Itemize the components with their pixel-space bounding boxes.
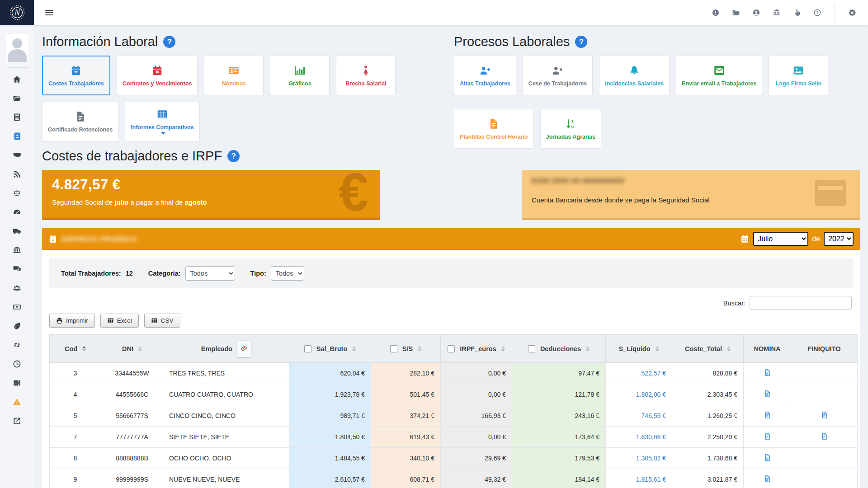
sidebar-item-money-bill[interactable]: 1: [0, 297, 34, 316]
app-logo[interactable]: N: [0, 0, 34, 25]
paperclip-button[interactable]: [237, 341, 251, 357]
leaf-icon: [13, 322, 21, 330]
search-input[interactable]: [750, 296, 852, 310]
col-header-dni[interactable]: DNI: [101, 335, 163, 363]
nomina-file-icon[interactable]: [764, 475, 771, 483]
sort-icon[interactable]: [352, 346, 356, 352]
help-icon[interactable]: ?: [163, 36, 175, 48]
bank-icon: [13, 246, 21, 254]
sidebar-item-home[interactable]: [0, 70, 34, 89]
col-header-cod[interactable]: Cod: [50, 335, 101, 363]
ss-checkbox[interactable]: [390, 345, 397, 352]
avatar[interactable]: [6, 34, 28, 62]
button-brecha-salarial[interactable]: Brecha Salarial: [336, 56, 396, 95]
col-header-s-liquido[interactable]: S_Líquido: [606, 335, 672, 363]
button-logo-firma-sello[interactable]: Logo Firma Sello: [769, 56, 828, 95]
sort-icon[interactable]: [727, 346, 731, 352]
sidebar-item-calculator[interactable]: [0, 108, 34, 127]
nomina-file-icon[interactable]: [764, 369, 771, 376]
button-graficos[interactable]: Gráficos: [270, 56, 330, 95]
button-plantillas-control-horario[interactable]: Plantillas Control Horario: [454, 109, 534, 149]
sort-icon[interactable]: [138, 346, 142, 352]
total-trabajadores-value: 12: [126, 270, 133, 277]
sidebar-item-warning[interactable]: [0, 392, 34, 411]
csv-button[interactable]: CSV: [144, 314, 180, 328]
sort-icon[interactable]: [82, 346, 86, 352]
s-liquido-link[interactable]: 1.305,02 €: [606, 448, 672, 469]
sidebar-item-folder[interactable]: [0, 89, 34, 108]
sidebar-item-truck[interactable]: [0, 221, 34, 240]
button-incidencias-salariales[interactable]: Incidencias Salariales: [599, 56, 670, 95]
nomina-file-icon[interactable]: [764, 411, 771, 419]
button-altas-trabajadores[interactable]: Altas Trabajadores: [454, 56, 516, 95]
button-enviar-email[interactable]: Enviar email a Trabajadores: [676, 56, 762, 95]
sidebar-item-handshake[interactable]: [0, 145, 34, 164]
s-liquido-link[interactable]: 522,57 €: [606, 363, 672, 384]
sidebar-item-clock[interactable]: [0, 354, 34, 373]
sidebar-item-balance-scale[interactable]: [0, 183, 34, 202]
help-icon[interactable]: ?: [575, 36, 587, 48]
gear-icon[interactable]: [848, 9, 856, 17]
sort-icon[interactable]: [656, 346, 659, 352]
sidebar-item-retweet[interactable]: [0, 335, 34, 354]
irpf-checkbox[interactable]: [448, 345, 455, 352]
nomina-file-icon[interactable]: [764, 454, 771, 461]
help-icon[interactable]: ?: [227, 150, 240, 162]
col-header-finiquito: FINIQUITO: [791, 335, 858, 363]
sort-icon[interactable]: [418, 346, 421, 352]
col-header-deducciones[interactable]: Deducciones: [512, 335, 606, 363]
user-circle-icon[interactable]: [752, 9, 760, 17]
s-liquido-link[interactable]: 1.815,61 €: [606, 469, 672, 488]
bank-icon[interactable]: [773, 9, 781, 17]
imprimir-button[interactable]: Imprimir: [49, 314, 95, 328]
finiquito-file-icon[interactable]: [821, 411, 828, 419]
sal-bruto-checkbox[interactable]: [304, 345, 311, 352]
calendar-times-icon: [151, 65, 163, 76]
section-informacion-laboral: Información Laboral ? Costes Trabajadore…: [42, 34, 454, 149]
company-panel-header: EMPRESA PRUEBAS Julio de 2022: [42, 228, 860, 250]
col-header-coste-total[interactable]: Coste_Total: [672, 335, 744, 363]
sidebar-item-bank[interactable]: [0, 240, 34, 259]
sidebar-item-rss[interactable]: [0, 164, 34, 183]
hamburger-menu-icon[interactable]: [45, 9, 53, 17]
s-liquido-link[interactable]: 1.630,86 €: [606, 427, 672, 448]
sidebar-item-users[interactable]: [0, 278, 34, 297]
sidebar-item-comments[interactable]: [0, 259, 34, 278]
button-jornadas-agrarias[interactable]: 19 Jornadas Agrarias: [540, 109, 601, 149]
button-costes-trabajadores[interactable]: Costes Trabajadores: [42, 56, 110, 95]
col-header-ss[interactable]: S/S: [371, 335, 441, 363]
col-header-empleado[interactable]: Empleado: [163, 335, 289, 363]
col-header-irpf[interactable]: IRPF_euros: [441, 335, 512, 363]
hand-pointer-icon[interactable]: [793, 9, 801, 17]
file-alt-icon: [75, 111, 86, 122]
button-nominas[interactable]: Nóminas: [204, 56, 264, 95]
year-select[interactable]: 2022: [824, 232, 854, 246]
exclamation-circle-icon[interactable]: [712, 9, 720, 17]
nomina-file-icon[interactable]: [764, 432, 771, 440]
question-circle-icon[interactable]: ?: [813, 9, 821, 17]
sort-icon[interactable]: [501, 346, 505, 352]
handshake-icon: [13, 151, 21, 160]
month-select[interactable]: Julio: [753, 232, 808, 246]
button-contratos-vencimientos[interactable]: Contratos y Vencimientos: [117, 56, 198, 95]
button-informes-comparativos[interactable]: Informes Comparativos: [125, 102, 200, 141]
s-liquido-link[interactable]: 1.802,00 €: [606, 384, 672, 405]
col-header-sal-bruto[interactable]: Sal_Bruto: [289, 335, 371, 363]
sidebar-item-stream[interactable]: [0, 373, 34, 392]
deducciones-checkbox[interactable]: [528, 345, 535, 352]
tipo-select[interactable]: Todos: [271, 266, 304, 281]
sidebar-item-tachometer[interactable]: [0, 202, 34, 221]
button-certificado-retenciones[interactable]: Certificado Retenciones: [42, 102, 118, 141]
button-cese-trabajadores[interactable]: Cese de Trabajadores: [523, 56, 593, 95]
nomina-file-icon[interactable]: [764, 390, 771, 398]
tipo-label: Tipo:: [250, 270, 266, 277]
finiquito-file-icon[interactable]: [821, 432, 828, 440]
sidebar-item-leaf[interactable]: [0, 316, 34, 335]
categoria-select[interactable]: Todos: [185, 266, 235, 281]
sidebar-item-external-link[interactable]: [0, 411, 34, 430]
sort-icon[interactable]: [586, 346, 590, 352]
excel-button[interactable]: Excel: [100, 314, 139, 328]
s-liquido-link[interactable]: 746,55 €: [606, 405, 672, 427]
sidebar-item-address-book[interactable]: [0, 127, 34, 145]
folder-open-icon[interactable]: [732, 9, 740, 17]
